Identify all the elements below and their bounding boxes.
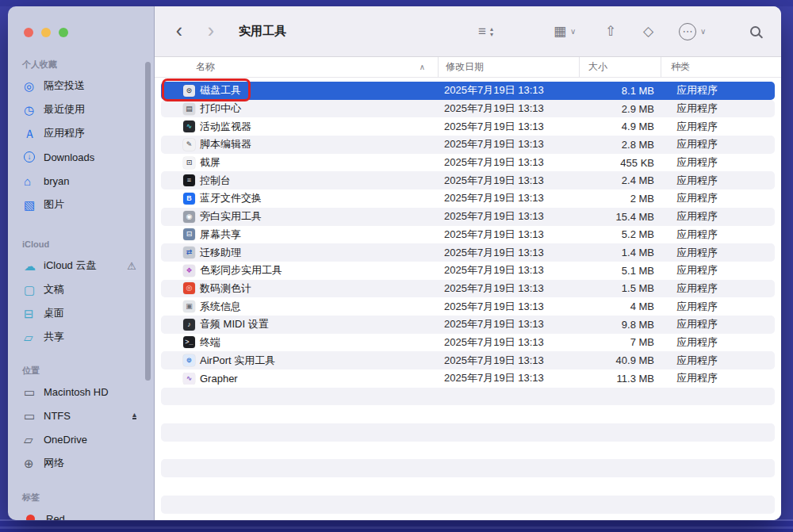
sidebar-item-应用程序[interactable]: Ａ应用程序 xyxy=(8,121,154,145)
list-view-button[interactable]: ≡ ▴▾ xyxy=(478,6,493,56)
sidebar-item-网络[interactable]: ⊕网络 xyxy=(8,451,154,475)
file-size-cell: 5.1 MB xyxy=(579,265,654,277)
table-row[interactable]: ♪音频 MIDI 设置2025年7月19日 13:139.8 MB应用程序 xyxy=(161,316,775,334)
file-date-cell: 2025年7月19日 13:13 xyxy=(438,317,579,331)
sidebar-item-隔空投送[interactable]: ◎隔空投送 xyxy=(8,74,154,98)
file-name-cell: ≡控制台 xyxy=(161,174,438,188)
column-header-kind[interactable]: 种类 xyxy=(661,57,781,77)
file-date-cell: 2025年7月19日 13:13 xyxy=(438,228,579,242)
toolbar: ‹ › 实用工具 ≡ ▴▾ ▦ ∨ ⇧ ◇ ⋯ ∨ xyxy=(155,6,781,57)
file-name-label: 蓝牙文件交换 xyxy=(200,191,262,205)
group-button[interactable]: ▦ ∨ xyxy=(554,6,576,56)
sidebar-item-red[interactable]: Red xyxy=(8,507,154,520)
search-icon xyxy=(750,26,760,36)
column-header-name[interactable]: 名称 ∧ xyxy=(155,57,438,77)
sidebar-item-最近使用[interactable]: ◷最近使用 xyxy=(8,98,154,121)
table-row[interactable]: ⇄迁移助理2025年7月19日 13:131.4 MB应用程序 xyxy=(161,243,775,262)
disk-utility-icon: ⊙ xyxy=(183,85,195,97)
file-name-label: 活动监视器 xyxy=(200,120,251,134)
home-icon: ⌂ xyxy=(24,175,41,187)
file-name-cell: >_终端 xyxy=(161,335,438,350)
grapher-icon: ∿ xyxy=(183,373,195,385)
share-icon: ⇧ xyxy=(605,25,616,38)
table-row[interactable]: ▤打印中心2025年7月19日 13:132.9 MB应用程序 xyxy=(161,100,775,118)
file-size-cell: 4.9 MB xyxy=(579,121,654,132)
file-name-cell: ⊙磁盘工具 xyxy=(161,83,438,98)
sidebar-scrollbar[interactable] xyxy=(145,62,151,381)
hard-drive-icon: ▭ xyxy=(24,410,41,422)
sidebar-item-ntfs[interactable]: ▭NTFS▴ xyxy=(8,404,154,427)
table-row[interactable]: ∿Grapher2025年7月19日 13:1311.3 MB应用程序 xyxy=(161,369,775,388)
share-button[interactable]: ⇧ xyxy=(605,6,616,56)
migration-assistant-icon: ⇄ xyxy=(183,247,195,258)
file-size-cell: 2 MB xyxy=(579,193,654,205)
sidebar-section-header: iCloud xyxy=(8,239,154,250)
sidebar-section-header: 标签 xyxy=(8,492,154,503)
close-button[interactable] xyxy=(24,28,33,37)
file-name-label: 控制台 xyxy=(200,174,231,188)
system-information-icon: ▣ xyxy=(183,300,195,312)
sidebar-item-label: 共享 xyxy=(44,330,64,344)
table-row[interactable]: ✎脚本编辑器2025年7月19日 13:132.8 MB应用程序 xyxy=(161,136,775,154)
desktop-icon: ⊟ xyxy=(24,308,41,320)
file-date-cell: 2025年7月19日 13:13 xyxy=(438,209,579,224)
table-row[interactable]: ⊙磁盘工具2025年7月19日 13:138.1 MB应用程序 xyxy=(161,82,775,100)
screen-sharing-icon: ⊟ xyxy=(183,228,195,240)
sidebar-item-onedrive[interactable]: ▱OneDrive xyxy=(8,427,154,451)
table-row[interactable]: ❖色彩同步实用工具2025年7月19日 13:135.1 MB应用程序 xyxy=(161,262,775,280)
file-size-cell: 4 MB xyxy=(579,300,654,312)
file-name-label: 迁移助理 xyxy=(200,246,241,260)
airdrop-icon: ◎ xyxy=(24,80,41,92)
table-row[interactable]: ◉旁白实用工具2025年7月19日 13:1315.4 MB应用程序 xyxy=(161,208,775,226)
eject-icon[interactable]: ▴ xyxy=(132,412,136,419)
colorsync-utility-icon: ❖ xyxy=(183,265,195,277)
table-row[interactable]: ▣系统信息2025年7月19日 13:134 MB应用程序 xyxy=(161,297,775,316)
file-name-cell: ∿Grapher xyxy=(161,373,438,385)
file-date-cell: 2025年7月19日 13:13 xyxy=(438,120,579,134)
table-row[interactable]: ◎数码测色计2025年7月19日 13:131.5 MB应用程序 xyxy=(161,280,775,298)
table-row[interactable]: ⊟屏幕共享2025年7月19日 13:135.2 MB应用程序 xyxy=(161,226,775,244)
file-size-cell: 8.1 MB xyxy=(579,85,654,97)
empty-row xyxy=(161,496,775,514)
sidebar-item-共享[interactable]: ▱共享 xyxy=(8,325,154,349)
sidebar-item-label: iCloud 云盘 xyxy=(44,258,96,273)
file-size-cell: 2.4 MB xyxy=(579,174,654,186)
table-row[interactable]: >_终端2025年7月19日 13:137 MB应用程序 xyxy=(161,334,775,352)
empty-row xyxy=(161,459,775,477)
sidebar-item-桌面[interactable]: ⊟桌面 xyxy=(8,301,154,325)
screenshot-icon: ⊡ xyxy=(183,157,195,169)
sidebar-item-icloud-云盘[interactable]: ☁iCloud 云盘⚠ xyxy=(8,254,154,277)
sidebar-item-label: 网络 xyxy=(44,456,64,470)
sidebar-item-macintosh-hd[interactable]: ▭Macintosh HD xyxy=(8,380,154,404)
icloud-drive-icon: ☁ xyxy=(24,260,41,272)
back-button[interactable]: ‹ xyxy=(169,21,190,43)
file-size-cell: 11.3 MB xyxy=(579,373,654,385)
table-row[interactable]: ⊚AirPort 实用工具2025年7月19日 13:1340.9 MB应用程序 xyxy=(161,351,775,369)
table-row[interactable]: ⊡截屏2025年7月19日 13:13455 KB应用程序 xyxy=(161,154,775,172)
sidebar-item-downloads[interactable]: ↓Downloads xyxy=(8,145,154,169)
file-kind-cell: 应用程序 xyxy=(654,354,775,368)
activity-monitor-icon: ∿ xyxy=(183,121,195,132)
sidebar-item-文稿[interactable]: ▢文稿 xyxy=(8,277,154,301)
minimize-button[interactable] xyxy=(41,28,51,37)
table-row[interactable]: B蓝牙文件交换2025年7月19日 13:132 MB应用程序 xyxy=(161,189,775,208)
search-button[interactable] xyxy=(750,6,760,56)
file-kind-cell: 应用程序 xyxy=(654,263,775,277)
sidebar-item-bryan[interactable]: ⌂bryan xyxy=(8,169,154,193)
column-header-size[interactable]: 大小 xyxy=(579,57,661,77)
file-date-cell: 2025年7月19日 13:13 xyxy=(438,300,579,314)
table-row[interactable]: ∿活动监视器2025年7月19日 13:134.9 MB应用程序 xyxy=(161,117,775,136)
tag-button[interactable]: ◇ xyxy=(643,6,653,56)
column-header-date[interactable]: 修改日期 xyxy=(438,57,579,77)
file-date-cell: 2025年7月19日 13:13 xyxy=(438,335,579,350)
file-name-cell: ⊟屏幕共享 xyxy=(161,228,438,242)
sidebar-item-图片[interactable]: ▧图片 xyxy=(8,193,154,216)
file-name-label: 磁盘工具 xyxy=(200,83,241,98)
file-date-cell: 2025年7月19日 13:13 xyxy=(438,354,579,368)
more-actions-button[interactable]: ⋯ ∨ xyxy=(679,6,706,56)
group-icon: ▦ xyxy=(554,25,566,38)
table-row[interactable]: ≡控制台2025年7月19日 13:132.4 MB应用程序 xyxy=(161,171,775,189)
file-size-cell: 455 KB xyxy=(579,157,654,169)
file-kind-cell: 应用程序 xyxy=(654,174,775,188)
zoom-button[interactable] xyxy=(59,28,68,37)
